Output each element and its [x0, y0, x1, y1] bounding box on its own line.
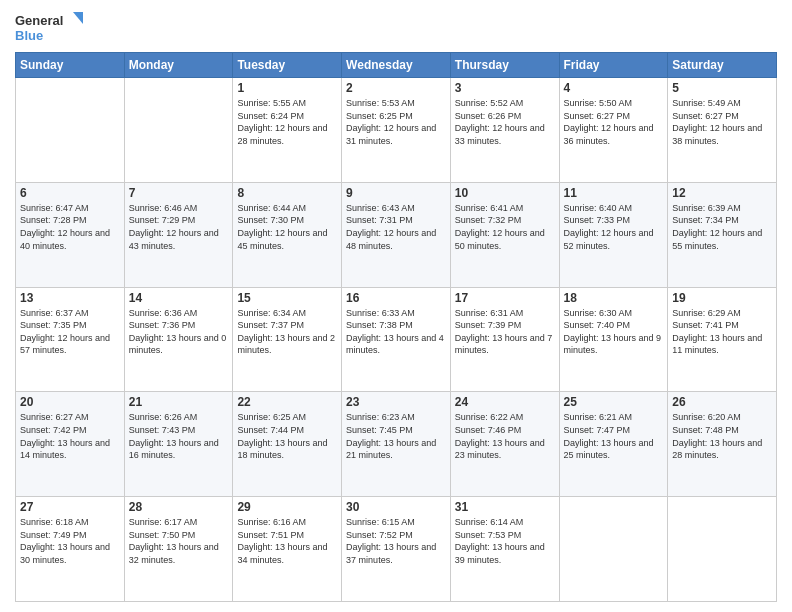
day-number: 15 — [237, 291, 337, 305]
calendar-cell: 25Sunrise: 6:21 AMSunset: 7:47 PMDayligh… — [559, 392, 668, 497]
day-info: Sunrise: 6:34 AMSunset: 7:37 PMDaylight:… — [237, 307, 337, 357]
day-number: 18 — [564, 291, 664, 305]
weekday-header-monday: Monday — [124, 53, 233, 78]
calendar-cell: 30Sunrise: 6:15 AMSunset: 7:52 PMDayligh… — [342, 497, 451, 602]
svg-text:Blue: Blue — [15, 28, 43, 43]
day-info: Sunrise: 6:27 AMSunset: 7:42 PMDaylight:… — [20, 411, 120, 461]
day-number: 29 — [237, 500, 337, 514]
day-number: 12 — [672, 186, 772, 200]
week-row-5: 27Sunrise: 6:18 AMSunset: 7:49 PMDayligh… — [16, 497, 777, 602]
day-number: 26 — [672, 395, 772, 409]
day-info: Sunrise: 6:39 AMSunset: 7:34 PMDaylight:… — [672, 202, 772, 252]
weekday-header-sunday: Sunday — [16, 53, 125, 78]
day-number: 7 — [129, 186, 229, 200]
day-number: 14 — [129, 291, 229, 305]
day-number: 17 — [455, 291, 555, 305]
calendar-cell: 21Sunrise: 6:26 AMSunset: 7:43 PMDayligh… — [124, 392, 233, 497]
day-info: Sunrise: 6:21 AMSunset: 7:47 PMDaylight:… — [564, 411, 664, 461]
day-info: Sunrise: 6:36 AMSunset: 7:36 PMDaylight:… — [129, 307, 229, 357]
day-number: 13 — [20, 291, 120, 305]
day-info: Sunrise: 6:44 AMSunset: 7:30 PMDaylight:… — [237, 202, 337, 252]
day-info: Sunrise: 6:37 AMSunset: 7:35 PMDaylight:… — [20, 307, 120, 357]
calendar-cell: 24Sunrise: 6:22 AMSunset: 7:46 PMDayligh… — [450, 392, 559, 497]
day-info: Sunrise: 5:55 AMSunset: 6:24 PMDaylight:… — [237, 97, 337, 147]
logo-svg: General Blue — [15, 10, 85, 46]
calendar-cell: 23Sunrise: 6:23 AMSunset: 7:45 PMDayligh… — [342, 392, 451, 497]
day-info: Sunrise: 6:30 AMSunset: 7:40 PMDaylight:… — [564, 307, 664, 357]
day-info: Sunrise: 6:20 AMSunset: 7:48 PMDaylight:… — [672, 411, 772, 461]
day-number: 3 — [455, 81, 555, 95]
calendar-cell: 22Sunrise: 6:25 AMSunset: 7:44 PMDayligh… — [233, 392, 342, 497]
svg-marker-2 — [73, 12, 83, 24]
day-info: Sunrise: 6:43 AMSunset: 7:31 PMDaylight:… — [346, 202, 446, 252]
calendar-cell: 19Sunrise: 6:29 AMSunset: 7:41 PMDayligh… — [668, 287, 777, 392]
day-number: 6 — [20, 186, 120, 200]
calendar-cell: 8Sunrise: 6:44 AMSunset: 7:30 PMDaylight… — [233, 182, 342, 287]
day-number: 21 — [129, 395, 229, 409]
day-number: 25 — [564, 395, 664, 409]
day-number: 16 — [346, 291, 446, 305]
calendar-cell: 16Sunrise: 6:33 AMSunset: 7:38 PMDayligh… — [342, 287, 451, 392]
day-number: 2 — [346, 81, 446, 95]
day-number: 20 — [20, 395, 120, 409]
day-number: 30 — [346, 500, 446, 514]
calendar-cell — [124, 78, 233, 183]
calendar-cell: 2Sunrise: 5:53 AMSunset: 6:25 PMDaylight… — [342, 78, 451, 183]
day-info: Sunrise: 6:16 AMSunset: 7:51 PMDaylight:… — [237, 516, 337, 566]
calendar-cell: 3Sunrise: 5:52 AMSunset: 6:26 PMDaylight… — [450, 78, 559, 183]
day-info: Sunrise: 6:47 AMSunset: 7:28 PMDaylight:… — [20, 202, 120, 252]
day-info: Sunrise: 6:29 AMSunset: 7:41 PMDaylight:… — [672, 307, 772, 357]
day-number: 31 — [455, 500, 555, 514]
day-info: Sunrise: 6:26 AMSunset: 7:43 PMDaylight:… — [129, 411, 229, 461]
day-number: 11 — [564, 186, 664, 200]
calendar-cell: 5Sunrise: 5:49 AMSunset: 6:27 PMDaylight… — [668, 78, 777, 183]
day-info: Sunrise: 6:17 AMSunset: 7:50 PMDaylight:… — [129, 516, 229, 566]
day-info: Sunrise: 6:46 AMSunset: 7:29 PMDaylight:… — [129, 202, 229, 252]
day-number: 23 — [346, 395, 446, 409]
week-row-1: 1Sunrise: 5:55 AMSunset: 6:24 PMDaylight… — [16, 78, 777, 183]
day-number: 27 — [20, 500, 120, 514]
week-row-4: 20Sunrise: 6:27 AMSunset: 7:42 PMDayligh… — [16, 392, 777, 497]
svg-text:General: General — [15, 13, 63, 28]
calendar-cell: 1Sunrise: 5:55 AMSunset: 6:24 PMDaylight… — [233, 78, 342, 183]
calendar-cell: 29Sunrise: 6:16 AMSunset: 7:51 PMDayligh… — [233, 497, 342, 602]
day-info: Sunrise: 6:18 AMSunset: 7:49 PMDaylight:… — [20, 516, 120, 566]
weekday-header-wednesday: Wednesday — [342, 53, 451, 78]
day-number: 9 — [346, 186, 446, 200]
calendar-cell: 18Sunrise: 6:30 AMSunset: 7:40 PMDayligh… — [559, 287, 668, 392]
day-info: Sunrise: 6:33 AMSunset: 7:38 PMDaylight:… — [346, 307, 446, 357]
calendar-cell: 13Sunrise: 6:37 AMSunset: 7:35 PMDayligh… — [16, 287, 125, 392]
week-row-2: 6Sunrise: 6:47 AMSunset: 7:28 PMDaylight… — [16, 182, 777, 287]
weekday-header-friday: Friday — [559, 53, 668, 78]
calendar-cell: 12Sunrise: 6:39 AMSunset: 7:34 PMDayligh… — [668, 182, 777, 287]
day-number: 10 — [455, 186, 555, 200]
day-info: Sunrise: 6:22 AMSunset: 7:46 PMDaylight:… — [455, 411, 555, 461]
calendar-cell — [559, 497, 668, 602]
calendar-cell: 20Sunrise: 6:27 AMSunset: 7:42 PMDayligh… — [16, 392, 125, 497]
day-info: Sunrise: 5:49 AMSunset: 6:27 PMDaylight:… — [672, 97, 772, 147]
calendar-cell: 9Sunrise: 6:43 AMSunset: 7:31 PMDaylight… — [342, 182, 451, 287]
day-number: 1 — [237, 81, 337, 95]
calendar-cell — [16, 78, 125, 183]
calendar-cell: 6Sunrise: 6:47 AMSunset: 7:28 PMDaylight… — [16, 182, 125, 287]
logo: General Blue — [15, 10, 85, 46]
day-info: Sunrise: 6:25 AMSunset: 7:44 PMDaylight:… — [237, 411, 337, 461]
day-info: Sunrise: 5:52 AMSunset: 6:26 PMDaylight:… — [455, 97, 555, 147]
calendar-cell: 31Sunrise: 6:14 AMSunset: 7:53 PMDayligh… — [450, 497, 559, 602]
weekday-header-saturday: Saturday — [668, 53, 777, 78]
day-info: Sunrise: 6:41 AMSunset: 7:32 PMDaylight:… — [455, 202, 555, 252]
day-info: Sunrise: 6:31 AMSunset: 7:39 PMDaylight:… — [455, 307, 555, 357]
day-number: 8 — [237, 186, 337, 200]
day-info: Sunrise: 6:14 AMSunset: 7:53 PMDaylight:… — [455, 516, 555, 566]
calendar-cell — [668, 497, 777, 602]
calendar-table: SundayMondayTuesdayWednesdayThursdayFrid… — [15, 52, 777, 602]
day-info: Sunrise: 5:50 AMSunset: 6:27 PMDaylight:… — [564, 97, 664, 147]
weekday-header-thursday: Thursday — [450, 53, 559, 78]
day-number: 4 — [564, 81, 664, 95]
week-row-3: 13Sunrise: 6:37 AMSunset: 7:35 PMDayligh… — [16, 287, 777, 392]
weekday-header-row: SundayMondayTuesdayWednesdayThursdayFrid… — [16, 53, 777, 78]
header: General Blue — [15, 10, 777, 46]
day-number: 22 — [237, 395, 337, 409]
day-info: Sunrise: 6:15 AMSunset: 7:52 PMDaylight:… — [346, 516, 446, 566]
calendar-cell: 15Sunrise: 6:34 AMSunset: 7:37 PMDayligh… — [233, 287, 342, 392]
